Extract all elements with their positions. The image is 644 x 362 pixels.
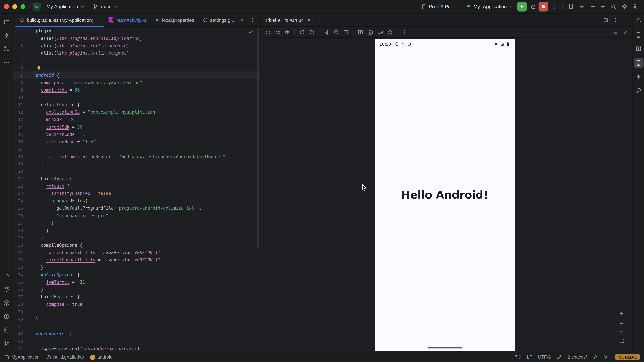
code-line-37[interactable]: 37 buildFeatures {: [13, 293, 260, 301]
close-tab-icon[interactable]: ×: [97, 17, 100, 23]
code-line-20[interactable]: 20: [13, 167, 260, 175]
more-device-actions-icon[interactable]: [400, 27, 409, 36]
code-line-30[interactable]: 30 compileOptions {: [13, 241, 260, 249]
code-line-10[interactable]: 10: [13, 93, 260, 101]
indent-style[interactable]: 2 spaces*: [568, 355, 587, 360]
read-lock[interactable]: [593, 355, 598, 360]
gemini-icon[interactable]: [598, 2, 608, 11]
fold-device-icon[interactable]: [356, 27, 365, 36]
notifications-icon[interactable]: [634, 16, 644, 26]
new-device-tab-icon[interactable]: [315, 15, 324, 24]
hidden-tabs-icon[interactable]: [238, 15, 247, 24]
code-line-16[interactable]: 16 versionName = "1.0": [13, 138, 260, 145]
editor-tab[interactable]: MainActivity.kt: [104, 13, 150, 26]
code-line-29[interactable]: 29 }: [13, 234, 260, 241]
profiler-icon[interactable]: [576, 2, 586, 11]
problems-icon[interactable]: [2, 312, 12, 322]
build-icon[interactable]: [2, 271, 12, 281]
code-line-17[interactable]: 17: [13, 145, 260, 153]
code-line-34[interactable]: 34 kotlinOptions {: [13, 271, 260, 278]
editor-tab[interactable]: settings.g...: [198, 13, 238, 26]
back-icon[interactable]: [322, 27, 331, 36]
code-line-21[interactable]: 21 buildTypes {: [13, 175, 260, 182]
tool-window-options-icon[interactable]: [611, 15, 620, 24]
power-icon[interactable]: [263, 27, 272, 36]
run-button[interactable]: [517, 2, 527, 11]
code-line-18[interactable]: 18 testInstrumentationRunner = "androidx…: [13, 153, 260, 160]
editor-tab-options-icon[interactable]: [248, 15, 257, 24]
breadcrumb-item[interactable]: android: [90, 355, 112, 360]
code-line-12[interactable]: 12 applicationId = "com.example.myapplic…: [13, 108, 260, 116]
code-line-25[interactable]: 25 getDefaultProguardFile("proguard-andr…: [13, 204, 260, 212]
code-line-14[interactable]: 14 targetSdk = 36: [13, 123, 260, 131]
code-line-33[interactable]: 33 }: [13, 264, 260, 271]
commit-icon[interactable]: [2, 30, 12, 40]
project-icon[interactable]: [2, 17, 12, 27]
home-icon[interactable]: [332, 27, 340, 36]
logcat-icon[interactable]: [2, 284, 12, 294]
screen-record-icon[interactable]: [375, 27, 384, 36]
code-line-31[interactable]: 31 sourceCompatibility = JavaVersion.VER…: [13, 249, 260, 256]
pull-requests-icon[interactable]: [2, 44, 12, 54]
intention-bulb-icon[interactable]: [36, 65, 42, 70]
code-line-28[interactable]: 28 }: [13, 227, 260, 234]
code-line-15[interactable]: 15 versionCode = 1: [13, 131, 260, 138]
ideavim[interactable]: V: [604, 355, 610, 360]
code-line-35[interactable]: 35 jvmTarget = "11": [13, 278, 260, 286]
search-everywhere-icon[interactable]: [608, 2, 618, 11]
stop-button[interactable]: [538, 2, 548, 11]
code-line-3[interactable]: 3 alias(libs.plugins.kotlin.android): [13, 42, 260, 49]
zoom-window-button[interactable]: [20, 4, 25, 9]
code-line-36[interactable]: 36 }: [13, 286, 260, 293]
logcat-icon[interactable]: [587, 2, 597, 11]
run-configuration-selector[interactable]: My_Application: [463, 2, 516, 11]
gemini-chat-icon[interactable]: [634, 72, 644, 82]
code-line-22[interactable]: 22 release {: [13, 182, 260, 190]
open-in-new-window-icon[interactable]: [601, 15, 610, 24]
zoom-actual-size-button[interactable]: 1:1: [619, 330, 624, 334]
gesture-navigation-bar[interactable]: [428, 347, 462, 349]
code-line-5[interactable]: 5}: [13, 57, 260, 64]
code-line-19[interactable]: 19 }: [13, 160, 260, 167]
volume-up-icon[interactable]: [273, 27, 282, 36]
settings-icon[interactable]: [619, 2, 629, 11]
device-manager-icon[interactable]: [566, 2, 576, 11]
more-tool-windows-icon[interactable]: [2, 57, 12, 67]
code-line-32[interactable]: 32 targetCompatibility = JavaVersion.VER…: [13, 256, 260, 264]
code-line-8[interactable]: 8 namespace = "com.example.myapplication…: [13, 79, 260, 86]
documentation-icon[interactable]: [634, 44, 644, 54]
snapshots-icon[interactable]: [385, 27, 394, 36]
terminal-icon[interactable]: [2, 325, 12, 335]
code-line-24[interactable]: 24 proguardFiles(: [13, 197, 260, 204]
breadcrumb-item[interactable]: MyApplication: [4, 355, 40, 360]
vim-mode[interactable]: NORMAL: [615, 354, 640, 360]
device-manager-icon[interactable]: [634, 30, 644, 40]
code-line-40[interactable]: 40}: [13, 315, 260, 323]
screenshot-icon[interactable]: [366, 27, 375, 36]
zoom-out-button[interactable]: [618, 320, 625, 327]
code-line-2[interactable]: 2 alias(libs.plugins.android.application…: [13, 34, 260, 42]
code-line-44[interactable]: 44 implementation(libs.androidx.core.ktx…: [13, 345, 260, 352]
code-line-39[interactable]: 39 }: [13, 308, 260, 315]
writable-status[interactable]: [556, 355, 562, 360]
display-settings-icon[interactable]: [610, 27, 619, 36]
running-devices-icon[interactable]: [634, 58, 644, 68]
inspections-ok-icon[interactable]: [248, 29, 254, 35]
editor-scrollbar[interactable]: [257, 28, 259, 249]
code-line-4[interactable]: 4 alias(libs.plugins.kotlin.compose): [13, 49, 260, 57]
close-tab-icon[interactable]: ×: [308, 17, 311, 23]
code-line-11[interactable]: 11 defaultConfig {: [13, 101, 260, 108]
more-run-actions-icon[interactable]: [549, 2, 559, 11]
code-line-23[interactable]: 23 isMinifyEnabled = false: [13, 190, 260, 197]
code-line-42[interactable]: 42dependencies {: [13, 330, 260, 337]
code-line-7[interactable]: 7android {: [13, 71, 260, 79]
emulator-screen[interactable]: 10:20 Hello Android!: [375, 38, 515, 351]
assistant-icon[interactable]: [634, 86, 644, 96]
device-selector[interactable]: Pixel 9 Pro: [418, 2, 462, 11]
code-line-41[interactable]: 41: [13, 323, 260, 330]
file-encoding[interactable]: UTF-8: [538, 355, 551, 360]
code-line-27[interactable]: 27 ): [13, 219, 260, 227]
code-line-6[interactable]: 6: [13, 64, 260, 71]
code-line-38[interactable]: 38 compose = true: [13, 301, 260, 308]
code-line-9[interactable]: 9 compileSdk = 36: [13, 86, 260, 93]
